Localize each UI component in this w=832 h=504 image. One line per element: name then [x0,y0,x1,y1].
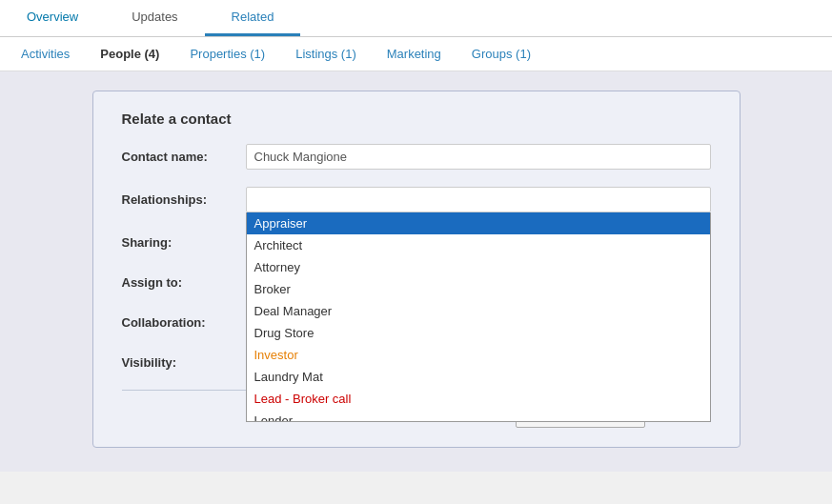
contact-name-input[interactable] [246,144,711,170]
contact-name-row: Contact name: [122,144,711,170]
subnav-marketing[interactable]: Marketing [374,37,455,71]
dropdown-item-deal-manager[interactable]: Deal Manager [247,300,710,322]
dropdown-item-drug-store[interactable]: Drug Store [247,322,710,344]
subnav-listings[interactable]: Listings (1) [282,37,370,71]
subnav-activities[interactable]: Activities [8,37,83,71]
subnav: Activities People (4) Properties (1) Lis… [0,37,832,71]
contact-name-label: Contact name: [122,144,246,164]
tabs-bar: Overview Updates Related [0,0,832,37]
dropdown-item-laundry-mat[interactable]: Laundry Mat [247,366,710,388]
subnav-properties[interactable]: Properties (1) [176,37,278,71]
main-content: Relate a contact Contact name: Relations… [0,71,832,472]
tab-related[interactable]: Related [205,0,301,36]
collaboration-label: Collaboration: [122,310,246,330]
relationships-dropdown: AppraiserArchitectAttorneyBrokerDeal Man… [246,187,711,212]
relate-contact-dialog: Relate a contact Contact name: Relations… [92,91,741,448]
relationships-row: Relationships: AppraiserArchitectAttorne… [122,187,711,212]
dropdown-item-broker[interactable]: Broker [247,278,710,300]
dropdown-item-lender[interactable]: Lender [247,410,710,422]
subnav-people[interactable]: People (4) [87,37,172,71]
visibility-label: Visibility: [122,350,246,370]
relationships-label: Relationships: [122,187,246,207]
dialog-title: Relate a contact [122,111,711,127]
tab-overview[interactable]: Overview [0,0,105,36]
relationships-field-wrapper: AppraiserArchitectAttorneyBrokerDeal Man… [246,187,711,212]
dropdown-item-lead-broker-call[interactable]: Lead - Broker call [247,388,710,410]
subnav-groups[interactable]: Groups (1) [458,37,544,71]
sharing-label: Sharing: [122,230,246,250]
relationships-input[interactable] [246,187,711,212]
assign-to-label: Assign to: [122,270,246,290]
relationships-dropdown-list: AppraiserArchitectAttorneyBrokerDeal Man… [246,212,711,422]
contact-name-field-wrapper [246,144,711,170]
tab-updates[interactable]: Updates [105,0,204,36]
dropdown-item-appraiser[interactable]: Appraiser [247,212,710,234]
dropdown-item-architect[interactable]: Architect [247,234,710,256]
dropdown-item-investor[interactable]: Investor [247,344,710,366]
dropdown-item-attorney[interactable]: Attorney [247,256,710,278]
